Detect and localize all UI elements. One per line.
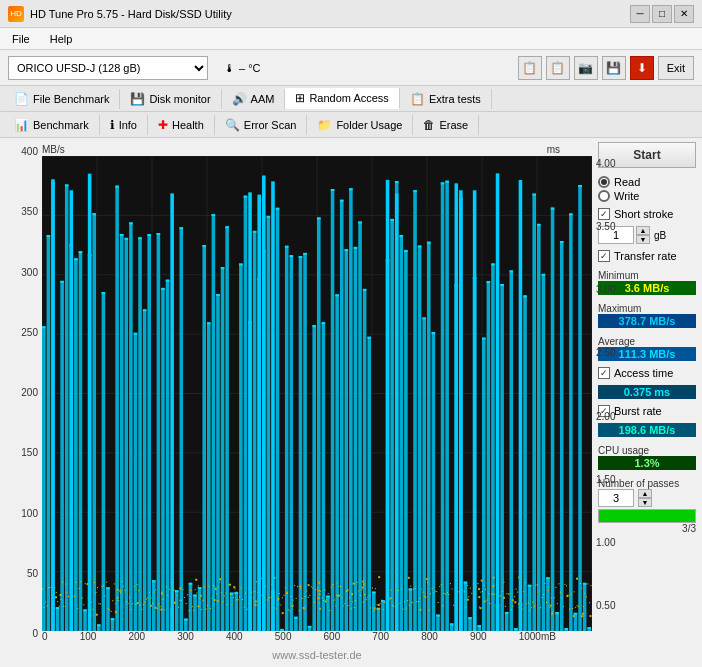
y-axis-left: 400 350 300 250 200 150 100 50 0	[4, 142, 42, 663]
right-unit-label: ms	[547, 144, 560, 155]
toolbar: ORICO UFSD-J (128 gB) 🌡 – °C 📋 📋 📷 💾 ⬇ E…	[0, 50, 702, 86]
toolbar-btn-5[interactable]: ⬇	[630, 56, 654, 80]
menu-help[interactable]: Help	[46, 31, 77, 47]
y-axis-right: 4.00 3.50 3.00 2.50 2.00 1.50 1.00 0.50	[592, 156, 619, 631]
tab-benchmark[interactable]: 📊 Benchmark	[4, 115, 100, 135]
app-icon: HD	[8, 6, 24, 22]
drive-select[interactable]: ORICO UFSD-J (128 gB)	[8, 56, 208, 80]
health-icon: ✚	[158, 118, 168, 132]
error-scan-icon: 🔍	[225, 118, 240, 132]
temp-icon: 🌡	[224, 62, 235, 74]
exit-button[interactable]: Exit	[658, 56, 694, 80]
minimize-button[interactable]: ─	[630, 5, 650, 23]
toolbar-btn-4[interactable]: 💾	[602, 56, 626, 80]
tab-extra-tests[interactable]: 📋 Extra tests	[400, 89, 492, 109]
tab-bar-2: 📊 Benchmark ℹ Info ✚ Health 🔍 Error Scan…	[0, 112, 702, 138]
info-icon: ℹ	[110, 118, 115, 132]
tab-folder-usage[interactable]: 📁 Folder Usage	[307, 115, 413, 135]
main-content: 400 350 300 250 200 150 100 50 0 MB/s ms	[0, 138, 702, 667]
tab-info[interactable]: ℹ Info	[100, 115, 148, 135]
menu-file[interactable]: File	[8, 31, 34, 47]
benchmark-icon: 📊	[14, 118, 29, 132]
tab-health[interactable]: ✚ Health	[148, 115, 215, 135]
app-title: HD Tune Pro 5.75 - Hard Disk/SSD Utility	[30, 8, 232, 20]
extra-tests-icon: 📋	[410, 92, 425, 106]
short-stroke-spin-down[interactable]: ▼	[636, 235, 650, 244]
short-stroke-unit: gB	[654, 230, 666, 241]
left-unit-label: MB/s	[42, 144, 65, 155]
folder-usage-icon: 📁	[317, 118, 332, 132]
tab-disk-monitor[interactable]: 💾 Disk monitor	[120, 89, 221, 109]
aam-icon: 🔊	[232, 92, 247, 106]
close-button[interactable]: ✕	[674, 5, 694, 23]
tab-file-benchmark[interactable]: 📄 File Benchmark	[4, 89, 120, 109]
title-bar: HD HD Tune Pro 5.75 - Hard Disk/SSD Util…	[0, 0, 702, 28]
maximize-button[interactable]: □	[652, 5, 672, 23]
tab-erase[interactable]: 🗑 Erase	[413, 115, 479, 135]
passes-spin-up[interactable]: ▲	[638, 489, 652, 498]
watermark: www.ssd-tester.de	[42, 649, 592, 663]
toolbar-btn-1[interactable]: 📋	[518, 56, 542, 80]
toolbar-icons: 📋 📋 📷 💾 ⬇ Exit	[518, 56, 694, 80]
temp-display: 🌡 – °C	[224, 62, 261, 74]
short-stroke-spin-buttons: ▲ ▼	[636, 226, 650, 244]
toolbar-btn-3[interactable]: 📷	[574, 56, 598, 80]
tab-random-access[interactable]: ⊞ Random Access	[285, 88, 399, 109]
toolbar-btn-2[interactable]: 📋	[546, 56, 570, 80]
chart-wrapper: 400 350 300 250 200 150 100 50 0 MB/s ms	[4, 142, 592, 663]
disk-monitor-icon: 💾	[130, 92, 145, 106]
window-controls: ─ □ ✕	[630, 5, 694, 23]
benchmark-chart	[42, 156, 592, 631]
passes-spin-buttons: ▲ ▼	[638, 489, 652, 507]
erase-icon: 🗑	[423, 118, 435, 132]
tab-aam[interactable]: 🔊 AAM	[222, 89, 286, 109]
tab-bar-1: 📄 File Benchmark 💾 Disk monitor 🔊 AAM ⊞ …	[0, 86, 702, 112]
short-stroke-spin-up[interactable]: ▲	[636, 226, 650, 235]
temp-value: – °C	[239, 62, 261, 74]
passes-spin-down[interactable]: ▼	[638, 498, 652, 507]
menu-bar: File Help	[0, 28, 702, 50]
file-benchmark-icon: 📄	[14, 92, 29, 106]
tab-error-scan[interactable]: 🔍 Error Scan	[215, 115, 308, 135]
axis-units: MB/s ms	[42, 142, 592, 156]
random-access-icon: ⊞	[295, 91, 305, 105]
x-axis: 0 100 200 300 400 500 600 700 800 900 10…	[42, 631, 592, 649]
